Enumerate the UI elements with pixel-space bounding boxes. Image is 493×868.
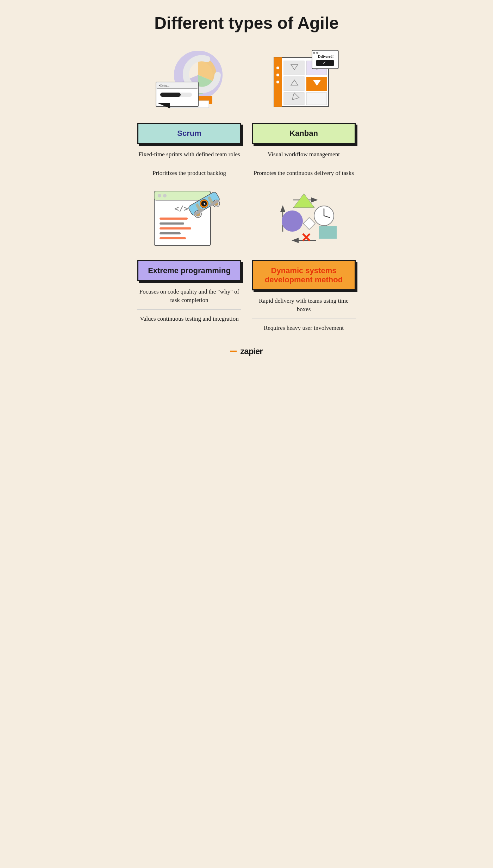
svg-rect-59 xyxy=(319,226,337,239)
kanban-label: Kanban xyxy=(252,123,356,144)
svg-point-34 xyxy=(158,194,161,197)
cards-grid: ▪ Doing... Scrum Fixed-time sprints with… xyxy=(137,47,356,332)
svg-rect-25 xyxy=(306,93,327,105)
kanban-illustration: Delivered! ✓ xyxy=(252,47,356,117)
card-xp: </> xyxy=(137,184,241,332)
scrum-label: Scrum xyxy=(137,123,241,144)
page-title: Different types of Agile xyxy=(137,14,356,33)
scrum-illustration: ▪ Doing... xyxy=(137,47,241,117)
svg-point-14 xyxy=(276,81,279,83)
svg-rect-38 xyxy=(160,222,184,225)
svg-rect-41 xyxy=(160,237,186,239)
svg-text:✓: ✓ xyxy=(323,60,326,65)
svg-point-28 xyxy=(316,52,318,54)
svg-rect-19 xyxy=(284,77,304,91)
dsdm-desc-secondary: Requires heavy user involvement xyxy=(252,324,356,332)
dsdm-desc: Rapid delivery with teams using time box… xyxy=(252,297,356,332)
zapier-logo: zapier xyxy=(240,346,262,356)
svg-text:✕: ✕ xyxy=(301,231,311,245)
scrum-desc: Fixed-time sprints with defined team rol… xyxy=(137,150,241,177)
scrum-desc-secondary: Prioritizes the product backlog xyxy=(137,169,241,177)
svg-text:Delivered!: Delivered! xyxy=(318,55,333,58)
zapier-dash-icon xyxy=(230,351,237,352)
xp-illustration: </> xyxy=(137,184,241,254)
dsdm-illustration: ✕ xyxy=(252,184,356,254)
kanban-desc-primary: Visual workflow management xyxy=(252,150,356,164)
card-dsdm: ✕ Dynamic systems development method Rap… xyxy=(252,184,356,332)
svg-rect-37 xyxy=(160,218,188,220)
svg-point-12 xyxy=(276,67,279,69)
scrum-desc-primary: Fixed-time sprints with defined team rol… xyxy=(137,150,241,164)
svg-text:Doing...: Doing... xyxy=(160,84,169,87)
svg-rect-15 xyxy=(284,61,304,75)
svg-point-55 xyxy=(282,210,303,232)
svg-rect-39 xyxy=(160,227,191,229)
xp-desc-primary: Focuses on code quality and the "why" of… xyxy=(137,288,241,310)
svg-text:▪: ▪ xyxy=(159,84,160,87)
card-kanban: Delivered! ✓ Kanban Visual workflow mana… xyxy=(252,47,356,177)
svg-rect-60 xyxy=(303,218,315,229)
svg-point-13 xyxy=(276,74,279,76)
svg-text:</>: </> xyxy=(174,204,188,213)
dsdm-label: Dynamic systems development method xyxy=(252,260,356,290)
svg-marker-54 xyxy=(293,194,314,208)
svg-rect-8 xyxy=(160,93,181,97)
dsdm-desc-primary: Rapid delivery with teams using time box… xyxy=(252,297,356,319)
kanban-desc: Visual workflow management Promotes the … xyxy=(252,150,356,177)
svg-rect-23 xyxy=(284,93,304,105)
svg-point-35 xyxy=(163,194,167,197)
page: Different types of Agile xyxy=(123,0,370,434)
footer: zapier xyxy=(137,346,356,356)
svg-point-27 xyxy=(313,52,315,54)
kanban-desc-secondary: Promotes the continuous delivery of task… xyxy=(252,169,356,177)
xp-desc-secondary: Values continuous testing and integratio… xyxy=(137,315,241,323)
svg-rect-40 xyxy=(160,232,181,234)
xp-desc: Focuses on code quality and the "why" of… xyxy=(137,288,241,323)
xp-label: Extreme programming xyxy=(137,260,241,281)
card-scrum: ▪ Doing... Scrum Fixed-time sprints with… xyxy=(137,47,241,177)
